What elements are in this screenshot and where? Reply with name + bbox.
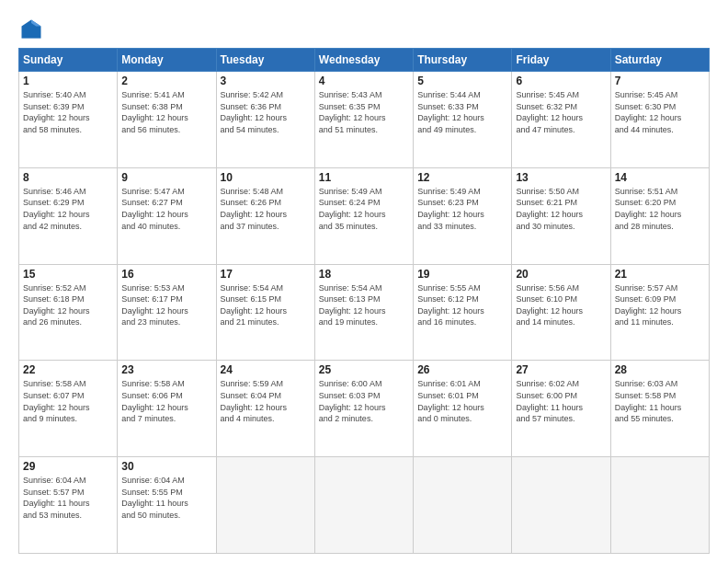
day-1: 1Sunrise: 5:40 AMSunset: 6:39 PMDaylight… [19,72,118,168]
day-27: 27Sunrise: 6:02 AMSunset: 6:00 PMDayligh… [512,361,610,457]
calendar-table: SundayMondayTuesdayWednesdayThursdayFrid… [18,48,710,554]
day-26: 26Sunrise: 6:01 AMSunset: 6:01 PMDayligh… [414,361,512,457]
day-23: 23Sunrise: 5:58 AMSunset: 6:06 PMDayligh… [118,361,216,457]
empty-cell [314,457,413,554]
logo-icon [18,17,44,42]
day-7: 7Sunrise: 5:45 AMSunset: 6:30 PMDaylight… [610,72,709,168]
day-header-sunday: Sunday [19,49,118,72]
day-12: 12Sunrise: 5:49 AMSunset: 6:23 PMDayligh… [414,167,512,264]
day-4: 4Sunrise: 5:43 AMSunset: 6:35 PMDaylight… [314,72,413,168]
day-11: 11Sunrise: 5:49 AMSunset: 6:24 PMDayligh… [314,167,413,264]
day-header-friday: Friday [512,49,610,72]
day-29: 29Sunrise: 6:04 AMSunset: 5:57 PMDayligh… [19,457,118,554]
day-3: 3Sunrise: 5:42 AMSunset: 6:36 PMDaylight… [216,72,314,168]
day-25: 25Sunrise: 6:00 AMSunset: 6:03 PMDayligh… [314,361,413,457]
empty-cell [512,457,610,554]
day-header-tuesday: Tuesday [216,49,314,72]
day-header-saturday: Saturday [610,49,709,72]
day-18: 18Sunrise: 5:54 AMSunset: 6:13 PMDayligh… [314,264,413,361]
page: SundayMondayTuesdayWednesdayThursdayFrid… [0,0,728,563]
day-22: 22Sunrise: 5:58 AMSunset: 6:07 PMDayligh… [19,361,118,457]
day-15: 15Sunrise: 5:52 AMSunset: 6:18 PMDayligh… [19,264,118,361]
day-30: 30Sunrise: 6:04 AMSunset: 5:55 PMDayligh… [118,457,216,554]
day-9: 9Sunrise: 5:47 AMSunset: 6:27 PMDaylight… [118,167,216,264]
day-5: 5Sunrise: 5:44 AMSunset: 6:33 PMDaylight… [414,72,512,168]
empty-cell [216,457,314,554]
svg-rect-2 [22,36,41,39]
day-header-wednesday: Wednesday [314,49,413,72]
header [18,17,710,42]
empty-cell [610,457,709,554]
day-2: 2Sunrise: 5:41 AMSunset: 6:38 PMDaylight… [118,72,216,168]
day-28: 28Sunrise: 6:03 AMSunset: 5:58 PMDayligh… [610,361,709,457]
day-13: 13Sunrise: 5:50 AMSunset: 6:21 PMDayligh… [512,167,610,264]
day-16: 16Sunrise: 5:53 AMSunset: 6:17 PMDayligh… [118,264,216,361]
empty-cell [414,457,512,554]
calendar-header-row: SundayMondayTuesdayWednesdayThursdayFrid… [19,49,710,72]
day-17: 17Sunrise: 5:54 AMSunset: 6:15 PMDayligh… [216,264,314,361]
day-24: 24Sunrise: 5:59 AMSunset: 6:04 PMDayligh… [216,361,314,457]
day-20: 20Sunrise: 5:56 AMSunset: 6:10 PMDayligh… [512,264,610,361]
day-header-monday: Monday [118,49,216,72]
day-14: 14Sunrise: 5:51 AMSunset: 6:20 PMDayligh… [610,167,709,264]
day-10: 10Sunrise: 5:48 AMSunset: 6:26 PMDayligh… [216,167,314,264]
logo [18,17,48,42]
day-21: 21Sunrise: 5:57 AMSunset: 6:09 PMDayligh… [610,264,709,361]
day-19: 19Sunrise: 5:55 AMSunset: 6:12 PMDayligh… [414,264,512,361]
day-8: 8Sunrise: 5:46 AMSunset: 6:29 PMDaylight… [19,167,118,264]
day-header-thursday: Thursday [414,49,512,72]
day-6: 6Sunrise: 5:45 AMSunset: 6:32 PMDaylight… [512,72,610,168]
